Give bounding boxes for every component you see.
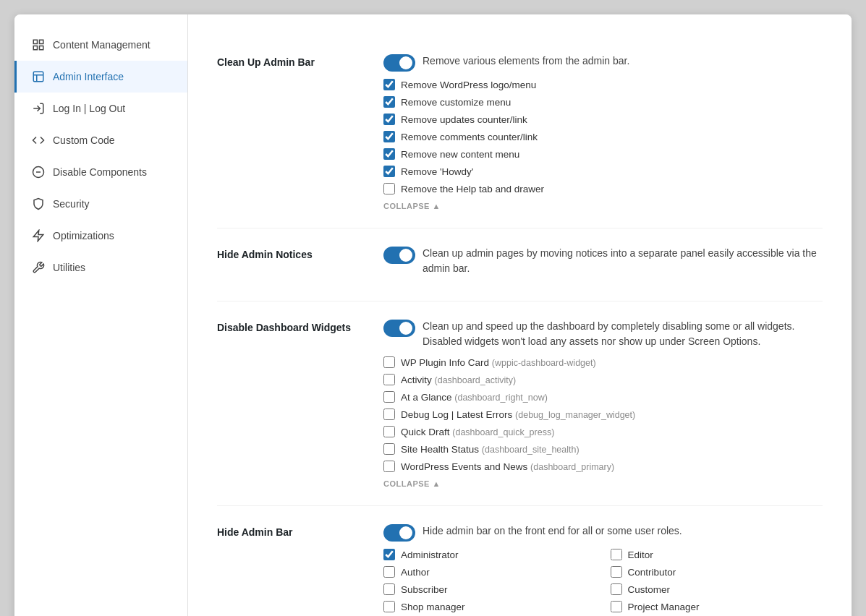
hide-admin-bar-toggle-row: Hide admin bar on the front end for all … (383, 523, 823, 542)
checkbox-label-remove-comments-counter: Remove comments counter/link (401, 132, 538, 142)
sidebar-item-content-management[interactable]: Content Management (14, 29, 187, 61)
disable-dashboard-widgets-content: Clean up and speed up the dashboard by c… (383, 319, 823, 488)
svg-rect-0 (33, 40, 37, 43)
checkbox-role-shop-manager[interactable]: Shop manager (383, 601, 596, 612)
checkbox-remove-help-tab[interactable]: Remove the Help tab and drawer (383, 183, 823, 194)
sidebar-item-disable-components[interactable]: Disable Components (14, 156, 187, 188)
disable-dashboard-widgets-description: Clean up and speed up the dashboard by c… (423, 319, 823, 349)
clean-up-admin-bar-checkboxes: Remove WordPress logo/menu Remove custom… (383, 79, 823, 194)
checkbox-label-administrator: Administrator (401, 549, 459, 560)
hide-admin-bar-label: Hide Admin Bar (217, 523, 362, 612)
sidebar-label-content-management: Content Management (53, 39, 150, 51)
shield-icon (31, 197, 46, 211)
hide-admin-notices-toggle-row: Clean up admin pages by moving notices i… (383, 246, 823, 276)
clean-up-admin-bar-label: Clean Up Admin Bar (217, 54, 362, 210)
checkbox-label-remove-customize-menu: Remove customize menu (401, 97, 511, 108)
checkbox-remove-howdy[interactable]: Remove 'Howdy' (383, 166, 823, 177)
svg-rect-4 (33, 72, 43, 82)
checkbox-role-author[interactable]: Author (383, 566, 596, 578)
minus-circle-icon (31, 165, 46, 179)
checkbox-at-a-glance[interactable]: At a Glance (dashboard_right_now) (383, 391, 823, 403)
code-icon (31, 133, 46, 147)
collapse-disable-dashboard-widgets[interactable]: COLLAPSE ▲ (383, 479, 823, 488)
sidebar-label-custom-code: Custom Code (53, 134, 115, 146)
sidebar-item-admin-interface[interactable]: Admin Interface (14, 61, 187, 93)
hide-admin-notices-toggle[interactable] (383, 247, 415, 264)
checkbox-site-health[interactable]: Site Health Status (dashboard_site_healt… (383, 443, 823, 455)
hide-admin-notices-description: Clean up admin pages by moving notices i… (423, 246, 823, 276)
checkbox-label-remove-howdy: Remove 'Howdy' (401, 166, 473, 177)
checkbox-debug-log[interactable]: Debug Log | Latest Errors (debug_log_man… (383, 408, 823, 420)
sidebar-item-security[interactable]: Security (14, 188, 187, 220)
checkbox-wp-plugin-info-card[interactable]: WP Plugin Info Card (wppic-dashboard-wid… (383, 356, 823, 368)
sidebar-label-admin-interface: Admin Interface (53, 71, 124, 82)
collapse-clean-up-admin-bar[interactable]: COLLAPSE ▲ (383, 202, 823, 210)
disable-dashboard-widgets-label: Disable Dashboard Widgets (217, 319, 362, 488)
setting-hide-admin-notices: Hide Admin Notices Clean up admin pages … (217, 228, 823, 301)
clean-up-admin-bar-toggle[interactable] (383, 54, 415, 72)
svg-marker-10 (33, 231, 43, 241)
setting-clean-up-admin-bar: Clean Up Admin Bar Remove various elemen… (217, 36, 823, 228)
checkbox-remove-comments-counter[interactable]: Remove comments counter/link (383, 131, 823, 142)
checkbox-label-author: Author (401, 567, 430, 578)
checkbox-label-activity: Activity (dashboard_activity) (401, 375, 516, 385)
svg-rect-1 (40, 40, 43, 43)
clean-up-admin-bar-toggle-row: Remove various elements from the admin b… (383, 54, 823, 72)
setting-hide-admin-bar: Hide Admin Bar Hide admin bar on the fro… (217, 506, 823, 616)
hide-admin-bar-role-checkboxes: Administrator Editor Author Contributor (383, 549, 823, 612)
sidebar: Content Management Admin Interface Log I… (14, 14, 188, 616)
checkbox-label-customer: Customer (628, 584, 671, 595)
hide-admin-notices-content: Clean up admin pages by moving notices i… (383, 246, 823, 283)
main-content: Clean Up Admin Bar Remove various elemen… (188, 14, 852, 616)
checkbox-label-contributor: Contributor (628, 567, 676, 578)
checkbox-role-contributor[interactable]: Contributor (611, 566, 823, 578)
tool-icon (31, 260, 46, 275)
checkbox-label-at-a-glance: At a Glance (dashboard_right_now) (401, 392, 548, 403)
hide-admin-bar-content: Hide admin bar on the front end for all … (383, 523, 823, 612)
sidebar-item-custom-code[interactable]: Custom Code (14, 124, 187, 156)
checkbox-role-subscriber[interactable]: Subscriber (383, 583, 596, 595)
grid-icon (31, 38, 46, 52)
checkbox-remove-updates-counter[interactable]: Remove updates counter/link (383, 114, 823, 125)
checkbox-remove-wp-logo[interactable]: Remove WordPress logo/menu (383, 79, 823, 90)
sidebar-label-security: Security (53, 198, 90, 210)
hide-admin-notices-label: Hide Admin Notices (217, 246, 362, 283)
checkbox-label-wp-plugin-info-card: WP Plugin Info Card (wppic-dashboard-wid… (401, 357, 596, 368)
checkbox-remove-new-content[interactable]: Remove new content menu (383, 148, 823, 160)
clean-up-admin-bar-description: Remove various elements from the admin b… (423, 54, 629, 69)
checkbox-label-debug-log: Debug Log | Latest Errors (debug_log_man… (401, 409, 635, 420)
checkbox-label-shop-manager: Shop manager (401, 602, 465, 612)
checkbox-label-subscriber: Subscriber (401, 584, 448, 595)
checkbox-activity[interactable]: Activity (dashboard_activity) (383, 374, 823, 385)
checkbox-remove-customize-menu[interactable]: Remove customize menu (383, 96, 823, 108)
checkbox-label-remove-help-tab: Remove the Help tab and drawer (401, 184, 544, 194)
checkbox-role-administrator[interactable]: Administrator (383, 549, 596, 560)
checkbox-role-project-manager[interactable]: Project Manager (611, 601, 823, 612)
sidebar-item-utilities[interactable]: Utilities (14, 252, 187, 283)
zap-icon (31, 228, 46, 243)
checkbox-wp-events-news[interactable]: WordPress Events and News (dashboard_pri… (383, 461, 823, 472)
checkbox-label-editor: Editor (628, 549, 653, 560)
login-icon (31, 101, 46, 116)
checkbox-label-quick-draft: Quick Draft (dashboard_quick_press) (401, 427, 554, 437)
checkbox-label-remove-new-content: Remove new content menu (401, 149, 519, 160)
checkbox-label-remove-wp-logo: Remove WordPress logo/menu (401, 80, 536, 90)
hide-admin-bar-toggle[interactable] (383, 524, 415, 542)
sidebar-label-disable-components: Disable Components (53, 166, 147, 178)
checkbox-label-project-manager: Project Manager (628, 602, 700, 612)
sidebar-label-login-logout: Log In | Log Out (53, 103, 125, 114)
app-window: Content Management Admin Interface Log I… (14, 14, 852, 616)
checkbox-label-site-health: Site Health Status (dashboard_site_healt… (401, 444, 580, 455)
svg-rect-2 (33, 46, 37, 50)
sidebar-item-optimizations[interactable]: Optimizations (14, 220, 187, 252)
disable-dashboard-widgets-toggle-row: Clean up and speed up the dashboard by c… (383, 319, 823, 349)
setting-disable-dashboard-widgets: Disable Dashboard Widgets Clean up and s… (217, 301, 823, 506)
checkbox-role-customer[interactable]: Customer (611, 583, 823, 595)
clean-up-admin-bar-content: Remove various elements from the admin b… (383, 54, 823, 210)
layout-icon (31, 69, 46, 84)
checkbox-role-editor[interactable]: Editor (611, 549, 823, 560)
sidebar-item-login-logout[interactable]: Log In | Log Out (14, 93, 187, 124)
disable-dashboard-widgets-checkboxes: WP Plugin Info Card (wppic-dashboard-wid… (383, 356, 823, 472)
checkbox-quick-draft[interactable]: Quick Draft (dashboard_quick_press) (383, 426, 823, 437)
disable-dashboard-widgets-toggle[interactable] (383, 320, 415, 337)
